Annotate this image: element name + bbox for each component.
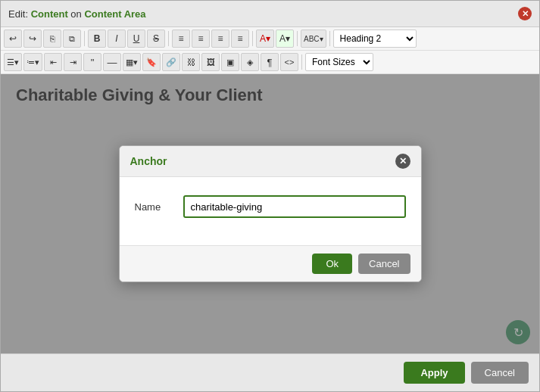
toolbar-separator-5 bbox=[329, 31, 330, 46]
spellcheck-button[interactable]: ABC▾ bbox=[301, 30, 326, 48]
editor-titlebar: Edit: Content on Content Area ✕ bbox=[1, 1, 539, 27]
editor-content-area[interactable]: Charitable Giving & Your Client Anchor ✕… bbox=[1, 74, 539, 353]
window-close-button[interactable]: ✕ bbox=[518, 7, 532, 20]
link-button[interactable]: 🔗 bbox=[162, 53, 180, 71]
ok-button[interactable]: Ok bbox=[312, 254, 352, 274]
toolbar-row-2: ☰▾ ≔▾ ⇤ ⇥ " — ▦▾ 🔖 🔗 ⛓ 🖼 ▣ ◈ ¶ <> Font S… bbox=[1, 51, 539, 74]
paragraph-button[interactable]: ¶ bbox=[261, 53, 279, 71]
modal-field-row: Name bbox=[135, 195, 406, 218]
modal-footer: Ok Cancel bbox=[120, 245, 421, 282]
footer-cancel-button[interactable]: Cancel bbox=[471, 362, 529, 384]
toolbar-separator-1 bbox=[84, 31, 85, 46]
modal-body: Name bbox=[120, 177, 421, 245]
anchor-name-input[interactable] bbox=[183, 195, 406, 218]
paste-button[interactable]: ⧉ bbox=[63, 30, 81, 48]
toolbar-separator-2 bbox=[168, 31, 169, 46]
apply-button[interactable]: Apply bbox=[404, 362, 464, 384]
toolbar-separator-row2 bbox=[301, 54, 302, 70]
modal-header: Anchor ✕ bbox=[120, 146, 421, 177]
font-color-button[interactable]: A▾ bbox=[256, 30, 274, 48]
unlink-button[interactable]: ⛓ bbox=[182, 53, 200, 71]
modal-overlay: Anchor ✕ Name Ok Cancel bbox=[1, 74, 539, 353]
code-button[interactable]: <> bbox=[280, 53, 298, 71]
highlight-button[interactable]: A▾ bbox=[276, 30, 294, 48]
table-button[interactable]: ▦▾ bbox=[123, 53, 141, 71]
modal-field-label: Name bbox=[135, 201, 173, 213]
toolbar-row-1: ↩ ↪ ⎘ ⧉ B I U S ≡ ≡ ≡ ≡ A▾ A▾ ABC▾ Headi… bbox=[1, 27, 539, 51]
redo-button[interactable]: ↪ bbox=[23, 30, 42, 48]
list-ol-button[interactable]: ≔▾ bbox=[23, 53, 42, 71]
align-right-button[interactable]: ≡ bbox=[211, 30, 229, 48]
heading-select[interactable]: Heading 1 Heading 2 Heading 3 Heading 4 … bbox=[333, 30, 417, 48]
indent-dec-button[interactable]: ⇤ bbox=[44, 53, 62, 71]
editor-title: Edit: Content on Content Area bbox=[8, 8, 146, 20]
media-button[interactable]: ▣ bbox=[221, 53, 239, 71]
hr-button[interactable]: — bbox=[103, 53, 121, 71]
toolbar-separator-4 bbox=[297, 31, 298, 46]
toolbar-separator-3 bbox=[252, 31, 253, 46]
copy-button[interactable]: ⎘ bbox=[43, 30, 61, 48]
modal-close-button[interactable]: ✕ bbox=[395, 154, 410, 169]
indent-inc-button[interactable]: ⇥ bbox=[64, 53, 82, 71]
list-ul-button[interactable]: ☰▾ bbox=[4, 53, 22, 71]
strikethrough-button[interactable]: S bbox=[147, 30, 165, 48]
italic-button[interactable]: I bbox=[108, 30, 126, 48]
undo-button[interactable]: ↩ bbox=[4, 30, 22, 48]
editor-window: Edit: Content on Content Area ✕ ↩ ↪ ⎘ ⧉ … bbox=[0, 0, 540, 392]
cancel-button[interactable]: Cancel bbox=[358, 254, 410, 274]
align-left-button[interactable]: ≡ bbox=[172, 30, 190, 48]
fontsize-select[interactable]: Font Sizes 8 10 12 14 16 bbox=[305, 53, 373, 71]
bold-button[interactable]: B bbox=[88, 30, 106, 48]
align-center-button[interactable]: ≡ bbox=[192, 30, 210, 48]
image-button[interactable]: 🖼 bbox=[201, 53, 220, 71]
underline-button[interactable]: U bbox=[127, 30, 145, 48]
editor-footer: Apply Cancel bbox=[1, 353, 539, 391]
bookmark-button[interactable]: 🔖 bbox=[142, 53, 161, 71]
anchor-dialog: Anchor ✕ Name Ok Cancel bbox=[119, 145, 422, 282]
flash-button[interactable]: ◈ bbox=[241, 53, 259, 71]
modal-title: Anchor bbox=[130, 155, 167, 167]
blockquote-button[interactable]: " bbox=[83, 53, 101, 71]
justify-button[interactable]: ≡ bbox=[231, 30, 249, 48]
